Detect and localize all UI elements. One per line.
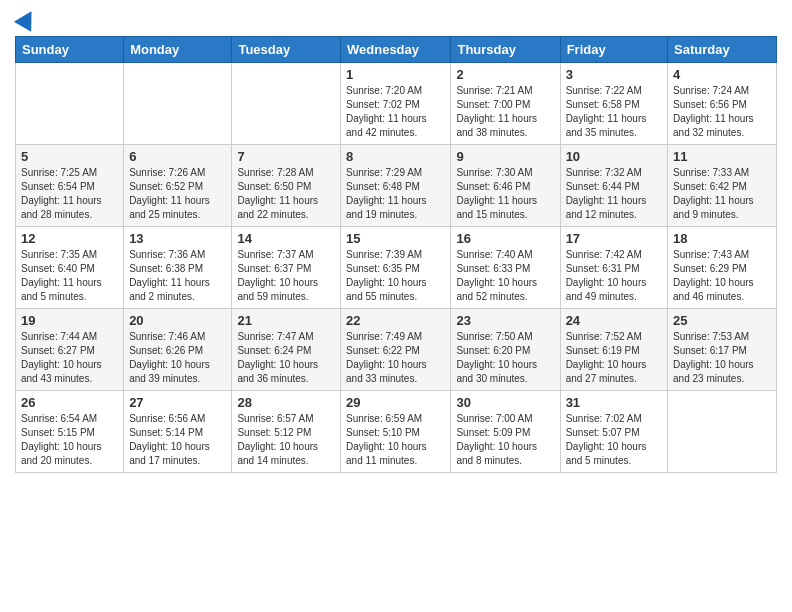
day-info: Sunrise: 7:36 AMSunset: 6:38 PMDaylight:… <box>129 248 226 304</box>
calendar-cell <box>124 63 232 145</box>
day-number: 20 <box>129 313 226 328</box>
calendar-cell: 4Sunrise: 7:24 AMSunset: 6:56 PMDaylight… <box>668 63 777 145</box>
day-info: Sunrise: 7:49 AMSunset: 6:22 PMDaylight:… <box>346 330 445 386</box>
day-info: Sunrise: 7:50 AMSunset: 6:20 PMDaylight:… <box>456 330 554 386</box>
calendar-cell: 17Sunrise: 7:42 AMSunset: 6:31 PMDayligh… <box>560 227 667 309</box>
day-info: Sunrise: 7:44 AMSunset: 6:27 PMDaylight:… <box>21 330 118 386</box>
calendar-header-friday: Friday <box>560 37 667 63</box>
day-number: 22 <box>346 313 445 328</box>
day-info: Sunrise: 7:20 AMSunset: 7:02 PMDaylight:… <box>346 84 445 140</box>
calendar-header-row: SundayMondayTuesdayWednesdayThursdayFrid… <box>16 37 777 63</box>
calendar-week-row-5: 26Sunrise: 6:54 AMSunset: 5:15 PMDayligh… <box>16 391 777 473</box>
day-info: Sunrise: 7:39 AMSunset: 6:35 PMDaylight:… <box>346 248 445 304</box>
day-number: 2 <box>456 67 554 82</box>
day-info: Sunrise: 7:00 AMSunset: 5:09 PMDaylight:… <box>456 412 554 468</box>
day-info: Sunrise: 7:28 AMSunset: 6:50 PMDaylight:… <box>237 166 335 222</box>
calendar-table: SundayMondayTuesdayWednesdayThursdayFrid… <box>15 36 777 473</box>
day-info: Sunrise: 6:56 AMSunset: 5:14 PMDaylight:… <box>129 412 226 468</box>
day-info: Sunrise: 6:59 AMSunset: 5:10 PMDaylight:… <box>346 412 445 468</box>
calendar-cell: 14Sunrise: 7:37 AMSunset: 6:37 PMDayligh… <box>232 227 341 309</box>
calendar-header-wednesday: Wednesday <box>341 37 451 63</box>
calendar-cell: 23Sunrise: 7:50 AMSunset: 6:20 PMDayligh… <box>451 309 560 391</box>
calendar-cell: 29Sunrise: 6:59 AMSunset: 5:10 PMDayligh… <box>341 391 451 473</box>
day-info: Sunrise: 6:54 AMSunset: 5:15 PMDaylight:… <box>21 412 118 468</box>
calendar-cell <box>668 391 777 473</box>
calendar-cell: 28Sunrise: 6:57 AMSunset: 5:12 PMDayligh… <box>232 391 341 473</box>
day-number: 12 <box>21 231 118 246</box>
calendar-week-row-2: 5Sunrise: 7:25 AMSunset: 6:54 PMDaylight… <box>16 145 777 227</box>
calendar-header-tuesday: Tuesday <box>232 37 341 63</box>
day-info: Sunrise: 7:25 AMSunset: 6:54 PMDaylight:… <box>21 166 118 222</box>
calendar-week-row-1: 1Sunrise: 7:20 AMSunset: 7:02 PMDaylight… <box>16 63 777 145</box>
day-number: 31 <box>566 395 662 410</box>
day-number: 26 <box>21 395 118 410</box>
calendar-cell: 6Sunrise: 7:26 AMSunset: 6:52 PMDaylight… <box>124 145 232 227</box>
calendar-header-saturday: Saturday <box>668 37 777 63</box>
day-info: Sunrise: 7:42 AMSunset: 6:31 PMDaylight:… <box>566 248 662 304</box>
logo-triangle-icon <box>14 6 40 32</box>
day-number: 6 <box>129 149 226 164</box>
day-info: Sunrise: 7:53 AMSunset: 6:17 PMDaylight:… <box>673 330 771 386</box>
day-number: 17 <box>566 231 662 246</box>
calendar-cell: 31Sunrise: 7:02 AMSunset: 5:07 PMDayligh… <box>560 391 667 473</box>
calendar-cell: 1Sunrise: 7:20 AMSunset: 7:02 PMDaylight… <box>341 63 451 145</box>
day-number: 25 <box>673 313 771 328</box>
calendar-cell: 12Sunrise: 7:35 AMSunset: 6:40 PMDayligh… <box>16 227 124 309</box>
calendar-header-sunday: Sunday <box>16 37 124 63</box>
calendar-cell: 22Sunrise: 7:49 AMSunset: 6:22 PMDayligh… <box>341 309 451 391</box>
calendar-cell: 2Sunrise: 7:21 AMSunset: 7:00 PMDaylight… <box>451 63 560 145</box>
day-number: 28 <box>237 395 335 410</box>
day-info: Sunrise: 6:57 AMSunset: 5:12 PMDaylight:… <box>237 412 335 468</box>
day-info: Sunrise: 7:33 AMSunset: 6:42 PMDaylight:… <box>673 166 771 222</box>
day-number: 16 <box>456 231 554 246</box>
day-info: Sunrise: 7:22 AMSunset: 6:58 PMDaylight:… <box>566 84 662 140</box>
day-info: Sunrise: 7:37 AMSunset: 6:37 PMDaylight:… <box>237 248 335 304</box>
day-number: 9 <box>456 149 554 164</box>
calendar-cell: 30Sunrise: 7:00 AMSunset: 5:09 PMDayligh… <box>451 391 560 473</box>
day-number: 15 <box>346 231 445 246</box>
day-number: 23 <box>456 313 554 328</box>
calendar-cell: 24Sunrise: 7:52 AMSunset: 6:19 PMDayligh… <box>560 309 667 391</box>
calendar-cell: 10Sunrise: 7:32 AMSunset: 6:44 PMDayligh… <box>560 145 667 227</box>
day-info: Sunrise: 7:29 AMSunset: 6:48 PMDaylight:… <box>346 166 445 222</box>
calendar-cell: 25Sunrise: 7:53 AMSunset: 6:17 PMDayligh… <box>668 309 777 391</box>
day-info: Sunrise: 7:40 AMSunset: 6:33 PMDaylight:… <box>456 248 554 304</box>
calendar-header-monday: Monday <box>124 37 232 63</box>
calendar-cell: 21Sunrise: 7:47 AMSunset: 6:24 PMDayligh… <box>232 309 341 391</box>
calendar-cell <box>232 63 341 145</box>
calendar-week-row-3: 12Sunrise: 7:35 AMSunset: 6:40 PMDayligh… <box>16 227 777 309</box>
calendar-cell: 13Sunrise: 7:36 AMSunset: 6:38 PMDayligh… <box>124 227 232 309</box>
day-number: 18 <box>673 231 771 246</box>
day-info: Sunrise: 7:02 AMSunset: 5:07 PMDaylight:… <box>566 412 662 468</box>
day-info: Sunrise: 7:43 AMSunset: 6:29 PMDaylight:… <box>673 248 771 304</box>
day-info: Sunrise: 7:35 AMSunset: 6:40 PMDaylight:… <box>21 248 118 304</box>
day-number: 13 <box>129 231 226 246</box>
day-info: Sunrise: 7:21 AMSunset: 7:00 PMDaylight:… <box>456 84 554 140</box>
day-info: Sunrise: 7:32 AMSunset: 6:44 PMDaylight:… <box>566 166 662 222</box>
calendar-cell: 18Sunrise: 7:43 AMSunset: 6:29 PMDayligh… <box>668 227 777 309</box>
page: SundayMondayTuesdayWednesdayThursdayFrid… <box>0 0 792 483</box>
day-number: 30 <box>456 395 554 410</box>
day-info: Sunrise: 7:46 AMSunset: 6:26 PMDaylight:… <box>129 330 226 386</box>
day-info: Sunrise: 7:24 AMSunset: 6:56 PMDaylight:… <box>673 84 771 140</box>
day-number: 10 <box>566 149 662 164</box>
day-number: 5 <box>21 149 118 164</box>
calendar-cell: 5Sunrise: 7:25 AMSunset: 6:54 PMDaylight… <box>16 145 124 227</box>
day-number: 7 <box>237 149 335 164</box>
calendar-cell: 7Sunrise: 7:28 AMSunset: 6:50 PMDaylight… <box>232 145 341 227</box>
day-number: 21 <box>237 313 335 328</box>
day-number: 8 <box>346 149 445 164</box>
logo <box>15 10 37 28</box>
day-number: 11 <box>673 149 771 164</box>
day-info: Sunrise: 7:52 AMSunset: 6:19 PMDaylight:… <box>566 330 662 386</box>
calendar-cell: 20Sunrise: 7:46 AMSunset: 6:26 PMDayligh… <box>124 309 232 391</box>
calendar-cell: 9Sunrise: 7:30 AMSunset: 6:46 PMDaylight… <box>451 145 560 227</box>
day-info: Sunrise: 7:30 AMSunset: 6:46 PMDaylight:… <box>456 166 554 222</box>
day-number: 4 <box>673 67 771 82</box>
calendar-cell: 11Sunrise: 7:33 AMSunset: 6:42 PMDayligh… <box>668 145 777 227</box>
calendar-header-thursday: Thursday <box>451 37 560 63</box>
day-number: 19 <box>21 313 118 328</box>
calendar-cell: 15Sunrise: 7:39 AMSunset: 6:35 PMDayligh… <box>341 227 451 309</box>
day-number: 27 <box>129 395 226 410</box>
calendar-cell: 8Sunrise: 7:29 AMSunset: 6:48 PMDaylight… <box>341 145 451 227</box>
